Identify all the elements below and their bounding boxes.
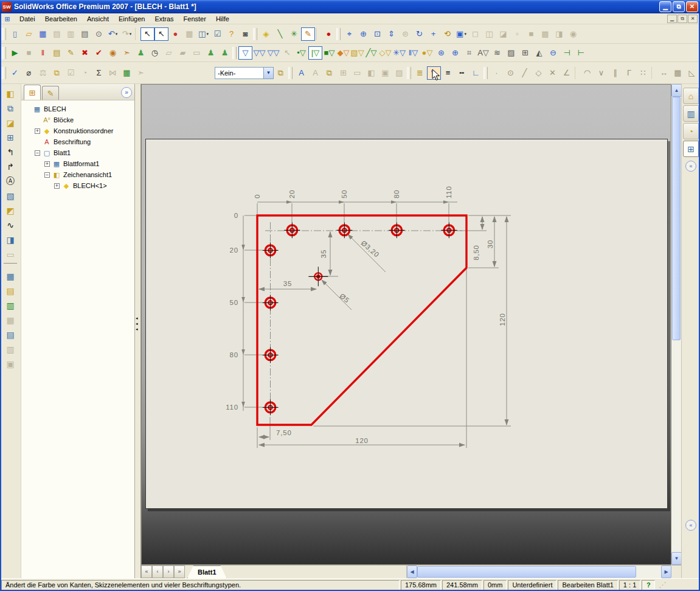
filter-center-marks-icon[interactable]: ⊛: [434, 46, 448, 60]
line-thickness-icon[interactable]: ≡: [441, 66, 455, 80]
sheet-tab-blatt1[interactable]: Blatt1: [187, 565, 227, 578]
dim-check-icon[interactable]: ∨: [594, 66, 608, 80]
dim-linear-icon[interactable]: ↔: [657, 66, 671, 80]
tab-featuremanager[interactable]: ⊞: [24, 85, 41, 100]
user-task-icon[interactable]: ♟: [134, 46, 148, 60]
scroll-up-icon[interactable]: ▲: [671, 84, 682, 97]
tree-item-bloecke[interactable]: A°Blöcke: [23, 114, 133, 125]
splitter-grip-icon[interactable]: ◂◂◂: [136, 315, 138, 332]
new-document-icon[interactable]: ▯: [8, 27, 22, 41]
minimize-button[interactable]: ▁: [659, 1, 671, 12]
send-task-icon[interactable]: ➣: [120, 46, 134, 60]
options-icon[interactable]: ☑: [210, 27, 224, 41]
note-icon[interactable]: A: [294, 66, 308, 80]
measure-icon[interactable]: ⌀: [22, 66, 36, 80]
menu-item-extras[interactable]: Extras: [150, 14, 178, 24]
line-style-icon[interactable]: ╍: [455, 66, 469, 80]
excel-design-table-icon[interactable]: ▦: [120, 66, 134, 80]
hide-show-edges-icon[interactable]: ∟: [469, 66, 483, 80]
layer-combobox[interactable]: -Kein- ▼: [215, 67, 274, 79]
drawing-canvas[interactable]: 0 20 50 80 110 0 20 50 80 110 8,50 30: [146, 139, 668, 509]
user-task-2-icon[interactable]: ♟: [204, 46, 218, 60]
detail-view-icon[interactable]: Ⓐ: [2, 174, 18, 189]
menu-item-bearbeiten[interactable]: Bearbeiten: [40, 14, 82, 24]
panel-expand-button[interactable]: »: [121, 87, 132, 98]
screen-capture-icon[interactable]: ◙: [238, 27, 252, 41]
hole-table-icon[interactable]: ▤: [2, 284, 18, 298]
prev-sheet-button[interactable]: ‹: [152, 565, 163, 578]
filter-dowel-symbols-icon[interactable]: ⊢: [574, 46, 588, 60]
menu-item-fenster[interactable]: Fenster: [179, 14, 211, 24]
tree-item-zeichenansicht1[interactable]: −◧Zeichenansicht1: [23, 169, 133, 180]
document-icon[interactable]: ⊞: [2, 15, 12, 23]
crop-view-icon[interactable]: ▧: [2, 189, 18, 203]
filter-surface-bodies-icon[interactable]: ◆▽: [336, 46, 350, 60]
horizontal-scroll-thumb[interactable]: [417, 566, 636, 578]
quick-tips-icon[interactable]: ?: [642, 580, 655, 590]
last-sheet-button[interactable]: »: [174, 565, 185, 578]
sketch-icon[interactable]: ◈: [259, 27, 273, 41]
vertical-scrollbar[interactable]: ▲ ▼: [671, 84, 681, 565]
filter-hatch-icon[interactable]: ▨: [504, 46, 518, 60]
tree-item-blatt1[interactable]: −▢Blatt1: [23, 147, 133, 158]
menu-item-einfgen[interactable]: Einfügen: [114, 14, 150, 24]
filter-edges-icon[interactable]: |▽: [308, 46, 322, 60]
run-macro-icon[interactable]: ▶: [8, 46, 22, 60]
dim-dotted-icon[interactable]: ∷: [636, 66, 650, 80]
edit-macro-icon[interactable]: ✎: [64, 46, 78, 60]
hole-center-mark[interactable]: [263, 347, 279, 363]
layer-book-icon[interactable]: ⧉: [274, 66, 288, 80]
revision-table-icon[interactable]: ▤: [2, 327, 18, 342]
standard-3-view-icon[interactable]: ⊞: [2, 130, 18, 145]
child-close-button[interactable]: ✕: [688, 15, 698, 23]
edit-sketch-icon[interactable]: ✎: [301, 27, 315, 41]
scroll-down-icon[interactable]: ▼: [671, 552, 682, 565]
hole-center-mark[interactable]: [389, 222, 404, 238]
solidworks-resources-icon[interactable]: ⌂: [683, 88, 699, 104]
print-preview-icon[interactable]: ⊙: [92, 27, 106, 41]
zoom-in-out-icon[interactable]: ⇕: [384, 27, 398, 41]
zoom-to-fit-icon[interactable]: ⊕: [356, 27, 370, 41]
horizontal-scrollbar[interactable]: ◀ ▶: [406, 565, 671, 578]
filter-midpoints-icon[interactable]: ●▽: [420, 46, 434, 60]
zoom-to-area-icon[interactable]: ⊡: [370, 27, 384, 41]
horizontal-scroll-track[interactable]: [636, 565, 661, 578]
dim-circle-icon[interactable]: ⊙: [504, 66, 518, 80]
tree-item-beschriftung[interactable]: ABeschriftung: [23, 136, 133, 147]
general-table-icon[interactable]: ▦: [2, 269, 18, 284]
record-macro-icon[interactable]: ●: [322, 27, 336, 41]
next-sheet-button[interactable]: ›: [163, 565, 174, 578]
cancel-task-icon[interactable]: ✖: [78, 46, 92, 60]
filter-dimensions-icon[interactable]: ⌗: [462, 46, 476, 60]
menu-item-ansicht[interactable]: Ansicht: [82, 14, 114, 24]
bill-of-materials-icon[interactable]: ▥: [2, 298, 18, 313]
spell-checker-icon[interactable]: ✓: [8, 66, 22, 80]
help-icon[interactable]: ?: [224, 27, 238, 41]
accept-task-icon[interactable]: ✔: [92, 46, 106, 60]
panel-splitter[interactable]: ◂◂◂: [135, 84, 141, 578]
alternate-position-view-icon[interactable]: ◨: [2, 233, 18, 247]
scroll-right-icon[interactable]: ▶: [661, 565, 671, 578]
close-button[interactable]: ✕: [686, 1, 698, 12]
chevron-down-icon[interactable]: ▼: [263, 68, 273, 79]
tree-item-konstruktionsordner[interactable]: +◆Konstruktionsordner: [23, 125, 133, 136]
view-orientation-icon[interactable]: ▣▾: [454, 27, 468, 41]
tree-item-blech-1[interactable]: +◆BLECH<1>: [23, 180, 133, 191]
clear-all-filters-icon[interactable]: ▽▽: [252, 46, 266, 60]
sketch-point-icon[interactable]: ✳: [287, 27, 301, 41]
task-pane-collapse-button[interactable]: «: [685, 161, 696, 172]
user-task-3-icon[interactable]: ♟: [218, 46, 232, 60]
tree-root-blech[interactable]: ▦BLECH: [23, 103, 133, 114]
dim-angle-icon[interactable]: ∠: [560, 66, 574, 80]
file-explorer-icon[interactable]: ◔: [683, 123, 699, 139]
child-restore-button[interactable]: ⧉: [677, 15, 687, 23]
update-view-icon[interactable]: ↰: [2, 145, 18, 159]
select-icon[interactable]: ↖: [140, 27, 154, 41]
hole-center-mark[interactable]: [441, 222, 457, 238]
filter-annotations-icon[interactable]: A▽: [476, 46, 490, 60]
dimension-lines[interactable]: [259, 217, 507, 445]
view-palette-icon[interactable]: ⊞: [683, 141, 699, 157]
task-clock-icon[interactable]: ◷: [148, 46, 162, 60]
first-sheet-button[interactable]: «: [141, 565, 152, 578]
rotate-view-icon[interactable]: ↻: [412, 27, 426, 41]
